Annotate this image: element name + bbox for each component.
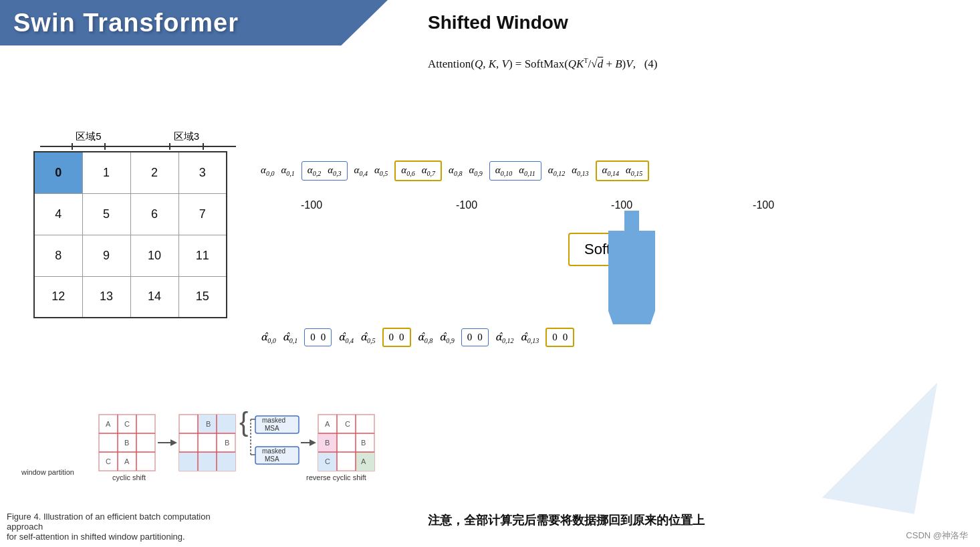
minus-val-3: -100 bbox=[611, 199, 632, 211]
alpha-0-9: α0,9 bbox=[469, 165, 482, 177]
svg-text:B: B bbox=[225, 439, 229, 447]
svg-marker-2 bbox=[615, 291, 648, 321]
hat-alpha-0-5: α̂0,5 bbox=[360, 331, 376, 344]
minus-val-4: -100 bbox=[753, 199, 774, 211]
grid-cell-1-0: 4 bbox=[34, 193, 82, 235]
alpha-0-13: α0,13 bbox=[572, 165, 588, 177]
minus-val-2: -100 bbox=[456, 199, 477, 211]
hat-alpha-0-12: α̂0,12 bbox=[495, 331, 514, 344]
alpha-box-0607: α0,6 α0,7 bbox=[394, 160, 442, 181]
grid-cell-2-1: 9 bbox=[82, 235, 130, 276]
window-partition-diagram: window partition A C B C A cyclic shift … bbox=[7, 408, 388, 505]
alpha-0-12: α0,12 bbox=[548, 165, 565, 177]
svg-text:A: A bbox=[106, 420, 111, 428]
alpha-0-4: α0,4 bbox=[354, 165, 368, 177]
grid-row-3: 12 13 14 15 bbox=[34, 276, 227, 318]
alpha-0-5: α0,5 bbox=[374, 165, 388, 177]
hat-alpha-0-9: α̂0,9 bbox=[439, 331, 455, 344]
minus-100-row: -100 -100 -100 -100 bbox=[261, 199, 862, 211]
bottom-note: 注意，全部计算完后需要将数据挪回到原来的位置上 bbox=[428, 512, 705, 528]
header-banner: Swin Transformer bbox=[0, 0, 388, 45]
grid-section: 区域5 区域3 0 1 2 3 bbox=[33, 130, 236, 318]
svg-text:masked: masked bbox=[262, 417, 285, 424]
grid-cell-0-3: 3 bbox=[178, 152, 227, 193]
grid-cell-1-3: 7 bbox=[178, 193, 227, 235]
hat-alpha-0-4: α̂0,4 bbox=[338, 331, 354, 344]
number-grid: 0 1 2 3 4 5 6 7 8 9 10 11 12 13 14 15 bbox=[33, 151, 227, 318]
svg-marker-38 bbox=[310, 439, 316, 446]
label-region5: 区域5 bbox=[40, 130, 137, 150]
zero-box-3: 00 bbox=[461, 328, 489, 346]
grid-cell-2-2: 10 bbox=[130, 235, 178, 276]
svg-text:C: C bbox=[106, 457, 111, 465]
alpha-0-0: α0,0 bbox=[261, 165, 274, 177]
svg-text:C: C bbox=[124, 420, 130, 428]
alpha-box-1415: α0,14 α0,15 bbox=[596, 160, 650, 181]
svg-text:A: A bbox=[325, 420, 330, 428]
alpha-0-8: α0,8 bbox=[449, 165, 462, 177]
minus-val-1: -100 bbox=[301, 199, 322, 211]
alpha-hat-row: α̂0,0 α̂0,1 00 α̂0,4 α̂0,5 00 α̂0,8 α̂0,… bbox=[261, 328, 578, 347]
grid-cell-1-1: 5 bbox=[82, 193, 130, 235]
grid-cell-0-2: 2 bbox=[130, 152, 178, 193]
svg-text:A: A bbox=[124, 457, 130, 465]
alpha-box-1011: α0,10 α0,11 bbox=[489, 161, 541, 181]
svg-marker-15 bbox=[170, 439, 177, 446]
formula-text: Attention(Q, K, V) = SoftMax(QKT/√d + B)… bbox=[428, 58, 658, 70]
arrow-down-svg bbox=[608, 211, 655, 324]
alpha-0-1: α0,1 bbox=[281, 165, 294, 177]
grid-cell-3-3: 15 bbox=[178, 276, 227, 318]
svg-text:masked: masked bbox=[262, 447, 285, 455]
svg-text:window partition: window partition bbox=[21, 468, 74, 476]
grid-cell-2-3: 11 bbox=[178, 235, 227, 276]
svg-text:{: { bbox=[239, 408, 248, 437]
hat-alpha-0-8: α̂0,8 bbox=[418, 331, 433, 344]
grid-cell-3-2: 14 bbox=[130, 276, 178, 318]
svg-text:C: C bbox=[345, 420, 350, 428]
svg-text:A: A bbox=[361, 457, 366, 465]
grid-cell-2-0: 8 bbox=[34, 235, 82, 276]
grid-cell-0-1: 1 bbox=[82, 152, 130, 193]
svg-text:B: B bbox=[361, 439, 366, 447]
grid-cell-0-0: 0 bbox=[34, 152, 82, 193]
zero-box-1: 00 bbox=[304, 328, 332, 346]
label-region3: 区域3 bbox=[137, 130, 236, 150]
grid-cell-1-2: 6 bbox=[130, 193, 178, 235]
hat-alpha-0-0: α̂0,0 bbox=[261, 331, 276, 344]
app-title: Swin Transformer bbox=[13, 9, 239, 37]
grid-cell-3-0: 12 bbox=[34, 276, 82, 318]
zero-box-2: 00 bbox=[382, 328, 411, 347]
svg-text:cyclic shift: cyclic shift bbox=[112, 473, 146, 481]
grid-cell-3-1: 13 bbox=[82, 276, 130, 318]
zero-box-4: 00 bbox=[545, 328, 574, 347]
section-title: Shifted Window bbox=[428, 12, 568, 33]
alpha-box-0203: α0,2 α0,3 bbox=[301, 161, 348, 181]
hat-alpha-0-1: α̂0,1 bbox=[283, 331, 298, 344]
figure-caption: Figure 4. Illustration of an efficient b… bbox=[7, 512, 227, 542]
svg-text:B: B bbox=[206, 420, 211, 428]
grid-row-2: 8 9 10 11 bbox=[34, 235, 227, 276]
formula-area: Attention(Q, K, V) = SoftMax(QKT/√d + B)… bbox=[428, 57, 658, 71]
svg-rect-18 bbox=[179, 452, 198, 471]
grid-row-1: 4 5 6 7 bbox=[34, 193, 227, 235]
alpha-attention-row: α0,0 α0,1 α0,2 α0,3 α0,4 α0,5 α0,6 α0,7 … bbox=[261, 160, 653, 181]
svg-text:MSA: MSA bbox=[265, 455, 279, 463]
svg-text:MSA: MSA bbox=[265, 425, 279, 432]
svg-text:B: B bbox=[325, 439, 330, 447]
grid-row-0: 0 1 2 3 bbox=[34, 152, 227, 193]
svg-text:reverse cyclic shift: reverse cyclic shift bbox=[306, 473, 366, 481]
svg-text:B: B bbox=[124, 439, 129, 447]
csdn-credit: CSDN @神洛华 bbox=[906, 530, 968, 542]
deco-triangle bbox=[822, 366, 938, 514]
hat-alpha-0-13: α̂0,13 bbox=[520, 331, 539, 344]
svg-text:C: C bbox=[325, 457, 330, 465]
